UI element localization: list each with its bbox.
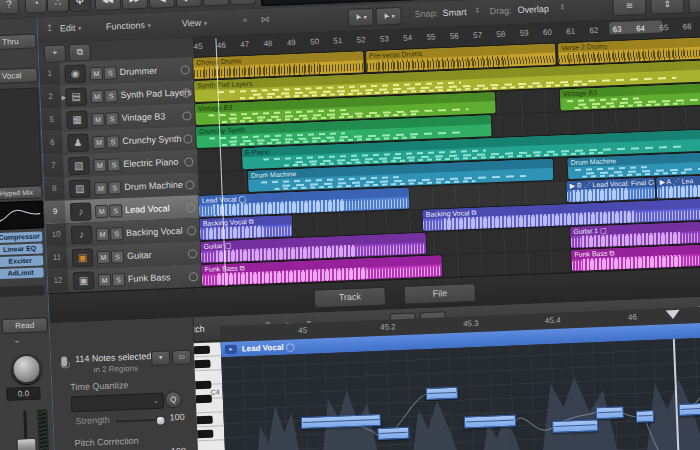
black-key[interactable] <box>194 346 210 355</box>
region-lea[interactable]: ▶ A ⋰ Lea <box>656 175 700 199</box>
volume-fader[interactable] <box>16 438 37 450</box>
black-key[interactable] <box>194 360 210 369</box>
command-tool-menu[interactable]: ➤ ▾ <box>375 7 402 26</box>
pointer-tool-menu[interactable]: ➤ ▾ <box>347 8 374 27</box>
solo-button[interactable]: S <box>105 112 119 126</box>
automation-mode-button[interactable]: Read <box>1 317 48 334</box>
menu-functions[interactable]: Functions ▾ <box>106 20 151 32</box>
flex-pitch-note-4[interactable] <box>464 415 516 429</box>
duplicate-track-button[interactable]: ⧉ <box>69 43 92 62</box>
input-monitor-icon[interactable] <box>180 65 189 74</box>
empty-plugin-slot[interactable] <box>0 285 45 297</box>
tab-track[interactable]: Track <box>314 287 387 309</box>
track-header-list: 1◉MSDrummer2▶▤MSSynth Pad Layers5▦MSVint… <box>38 57 203 293</box>
horizontal-zoom-control[interactable]: ⇔ <box>688 0 700 13</box>
input-monitor-icon[interactable] <box>184 157 193 166</box>
solo-button[interactable]: S <box>112 273 126 287</box>
input-monitor-icon[interactable] <box>182 111 191 120</box>
input-monitor-icon[interactable] <box>189 272 198 281</box>
track-lanes: Chorus DrumsPre-verse DrumsVerse 2 Drums… <box>193 36 700 287</box>
input-monitor-icon[interactable] <box>188 249 197 258</box>
forward-button[interactable]: ▶▶ <box>121 0 148 10</box>
view-options-button[interactable]: ▭ <box>172 349 192 365</box>
tab-file[interactable]: File <box>403 283 476 305</box>
speaker-icon: ⌁ <box>14 336 20 346</box>
tuner-button[interactable]: Ψ <box>68 0 91 12</box>
solo-button[interactable]: S <box>109 204 123 218</box>
flex-pitch-note-7[interactable] <box>636 410 654 423</box>
quantize-button[interactable]: Q <box>165 391 183 409</box>
mute-button[interactable]: M <box>97 251 111 265</box>
metronome-button[interactable]: ∴ <box>46 0 69 13</box>
flex-pitch-canvas[interactable] <box>221 337 700 450</box>
black-key[interactable] <box>197 416 213 425</box>
solo-button[interactable]: S <box>111 250 125 264</box>
mute-button[interactable]: M <box>92 136 106 150</box>
track-number: 7 <box>43 154 64 177</box>
drag-menu[interactable]: Overlap <box>517 4 549 15</box>
black-key[interactable] <box>196 395 212 404</box>
plugin-slot-compressor[interactable]: Compressor <box>0 231 42 243</box>
drum-machine-icon: ▨ <box>69 179 91 198</box>
strength-slider[interactable] <box>116 419 164 423</box>
play-button[interactable]: ▶ <box>175 0 202 8</box>
ruler-bar-45: 45 <box>194 42 203 51</box>
flex-pitch-note-5[interactable] <box>552 419 598 433</box>
flex-pitch-note-3[interactable] <box>426 387 458 400</box>
solo-button[interactable]: S <box>104 89 118 103</box>
menu-view[interactable]: View ▾ <box>182 18 208 29</box>
input-monitor-icon[interactable] <box>186 203 195 212</box>
flex-pitch-note-2[interactable] <box>377 427 409 440</box>
rewind-button[interactable]: ◀◀ <box>94 0 121 11</box>
input-monitor-icon[interactable] <box>185 180 194 189</box>
waveform-zoom-button[interactable]: ≋ <box>612 0 647 16</box>
mute-button[interactable]: M <box>96 228 110 242</box>
time-quantize-dropdown[interactable]: ⌄ <box>71 393 165 413</box>
plugin-slot-adlimit[interactable]: AdLimit <box>0 267 44 279</box>
editor-playhead-marker[interactable] <box>666 310 680 320</box>
channel-setting-button[interactable]: Vocal <box>0 67 38 84</box>
menu-edit[interactable]: Edit ▾ <box>60 23 82 34</box>
input-monitor-icon[interactable] <box>187 226 196 235</box>
track-header-config-icon[interactable]: ↥ <box>46 23 54 33</box>
solo-button[interactable]: S <box>106 135 120 149</box>
input-monitor-icon[interactable] <box>183 134 192 143</box>
mute-button[interactable]: M <box>91 113 105 127</box>
help-button[interactable]: ? <box>0 0 19 15</box>
add-track-button[interactable]: + <box>44 44 67 63</box>
solo-button[interactable]: S <box>110 227 124 241</box>
plugin-slot-linear-eq[interactable]: Linear EQ <box>0 243 43 255</box>
strength-slider-handle[interactable] <box>156 416 166 426</box>
region-lead-vocal-final-co[interactable]: ▶ B ⋰ Lead Vocal: Final Co <box>566 178 655 203</box>
mute-button[interactable]: M <box>98 274 112 288</box>
mute-button[interactable]: M <box>90 90 104 104</box>
black-key[interactable] <box>197 430 213 439</box>
pause-button[interactable]: ▮▮ <box>202 0 229 7</box>
eq-setting-label[interactable]: Hyped Mix <box>0 185 43 200</box>
flex-pitch-note-8[interactable] <box>678 402 700 416</box>
stop-button[interactable]: ◀ <box>148 0 175 9</box>
link-icon[interactable]: ⋈ <box>260 14 269 24</box>
mute-button[interactable]: M <box>95 205 109 219</box>
flex-pitch-note-6[interactable] <box>596 406 624 419</box>
count-in-button[interactable]: ◔ <box>24 0 47 14</box>
midi-thru-box[interactable]: Thru <box>0 33 37 50</box>
white-key[interactable] <box>198 440 226 450</box>
pan-knob[interactable] <box>11 354 42 385</box>
editor-region-title: Lead Vocal <box>242 343 284 354</box>
local-inspector-button[interactable]: ▾ <box>151 350 171 366</box>
catch-playhead-icon[interactable]: ⌖ <box>242 15 248 26</box>
vertical-zoom-control[interactable]: ⇕ <box>650 0 685 15</box>
solo-button[interactable]: S <box>103 66 117 80</box>
mute-button[interactable]: M <box>89 67 103 81</box>
record-button[interactable]: ● <box>229 0 256 6</box>
snap-menu[interactable]: Smart <box>442 7 466 18</box>
eq-thumbnail[interactable] <box>0 200 44 230</box>
region-backing-vocal[interactable]: Backing Vocal ⧉ <box>200 215 293 240</box>
mute-button[interactable]: M <box>94 182 108 196</box>
plugin-slot-exciter[interactable]: Exciter <box>0 255 43 267</box>
solo-button[interactable]: S <box>107 158 121 172</box>
black-key[interactable] <box>195 381 211 390</box>
mute-button[interactable]: M <box>93 159 107 173</box>
solo-button[interactable]: S <box>108 181 122 195</box>
